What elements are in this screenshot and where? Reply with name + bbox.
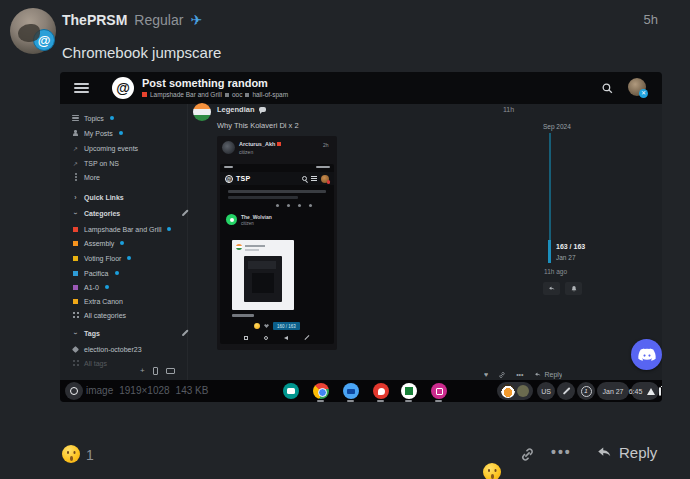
sidebar-item-upcoming-events: ↗ Upcoming events [71, 143, 138, 153]
stylus-icon [562, 387, 569, 394]
hamburger-menu-icon [311, 176, 317, 181]
sidebar-item-topics: Topics [71, 113, 114, 123]
classroom-app-icon [401, 383, 417, 399]
timeline-reply-button[interactable] [543, 282, 560, 295]
user-avatar[interactable]: @ [10, 8, 56, 54]
topic-progress-pill: 160 / 163 [273, 322, 300, 330]
reply-button[interactable]: Reply [596, 444, 657, 461]
embedded-screenshot-image[interactable]: @ Post something random Lampshade Bar an… [60, 72, 662, 402]
sidebar-category: Lampshade Bar and Grill [71, 224, 171, 234]
quoted-text-bar [228, 190, 326, 193]
timeline-notifications-button[interactable] [565, 282, 582, 295]
airplane-icon: ✈ [190, 12, 202, 28]
inner-category-name: Lampshade Bar and Grill [150, 91, 222, 98]
topics-icon [71, 115, 80, 121]
discord-widget-button [631, 339, 662, 370]
category-color-square [73, 256, 78, 261]
inner-post-actions-clipped: ♥ ••• Reply [484, 371, 562, 380]
timeline-progress[interactable]: 163 / 163 [556, 243, 585, 250]
post-action-dots [276, 204, 312, 207]
sidebar-item-my-posts: My Posts [71, 128, 123, 138]
android-recents-icon [244, 336, 248, 340]
inner-post-time: 11h [503, 106, 514, 113]
android-home-icon [264, 336, 269, 341]
group-flair-badge: @ [33, 29, 55, 51]
nested-phone-screenshot: Arcturus_Akh citizen 2h @ TSP [217, 136, 337, 350]
inner-reply-button: Reply [534, 371, 563, 378]
nested2-post-author: The_Wolvian [241, 214, 272, 220]
search-icon [601, 81, 614, 99]
nested-post-time: 2h [323, 142, 329, 148]
show-more-button[interactable]: ••• [551, 444, 572, 460]
sidebar-section-categories: › Categories [71, 208, 120, 218]
account-avatar-icon [517, 385, 529, 397]
plus-icon[interactable]: + [140, 366, 145, 375]
chevron-down-icon: › [72, 329, 79, 338]
unread-dot [120, 241, 124, 245]
recursive-screenshot: @ TSP The_Wolvian citizen [220, 164, 334, 344]
tag-square-icon [245, 93, 249, 97]
grid-icon [71, 360, 80, 366]
category-color-square [73, 271, 78, 276]
external-link-icon: ↗ [71, 145, 80, 152]
emoji-reaction-icon [254, 323, 260, 329]
sidebar-category: Voting Floor [71, 253, 131, 263]
author-username[interactable]: ThePRSM [62, 12, 127, 28]
post-author-line: ThePRSM Regular ✈ [62, 12, 202, 28]
wifi-icon [647, 388, 655, 395]
unread-dot [110, 116, 114, 120]
tag-square-icon [225, 93, 229, 97]
discord-logo-icon [638, 348, 656, 362]
nested2-post-avatar [226, 214, 237, 225]
share-link-button[interactable] [519, 446, 536, 467]
tsp-logo-icon: @ [225, 175, 233, 183]
category-color-square [73, 299, 78, 304]
tsp-app-header: @ TSP [220, 172, 334, 185]
account-avatar-icon [501, 384, 515, 398]
sidebar-all-categories: All categories [71, 310, 126, 320]
keyboard-icon[interactable] [166, 368, 175, 374]
category-color-square [73, 241, 78, 246]
timeline-start-date[interactable]: Sep 2024 [543, 123, 571, 130]
sidebar-category: Extra Canon [71, 296, 123, 306]
sidebar-category: Assembly [71, 238, 124, 248]
timeline-handle[interactable] [548, 240, 551, 263]
unread-dot [167, 227, 171, 231]
keyboard-layout-indicator: US [537, 382, 555, 400]
reaction-count[interactable]: 1 [86, 447, 94, 463]
heart-icon [264, 324, 269, 328]
tag-icon [71, 347, 80, 352]
canvas-app-icon [373, 383, 389, 399]
unread-dot [115, 271, 119, 275]
timeline-current-date: Jan 27 [556, 254, 576, 261]
post-timestamp[interactable]: 5h [644, 12, 658, 27]
shelf-accounts-tray [497, 382, 533, 400]
books-app-icon [431, 383, 447, 399]
category-color-square [73, 285, 78, 290]
forum-logo-icon: @ [112, 77, 134, 99]
shelf-status-tray: 6:45 [631, 382, 659, 400]
recursive-image-frame [232, 240, 294, 310]
launcher-icon [70, 387, 78, 395]
image-caption-bar [232, 314, 254, 317]
post-body-text: Chromebook jumpscare [62, 44, 221, 61]
timeline-last-activity[interactable]: 11h ago [544, 268, 567, 275]
hamburger-menu-icon [74, 83, 89, 93]
phone-status-bar [220, 164, 334, 171]
search-icon [302, 176, 307, 181]
sidebar-tag-item: election-october23 [71, 344, 142, 354]
sidebar-section-tags: › Tags [71, 328, 100, 338]
battery-icon [659, 387, 661, 396]
recursive-dark-screenshot [244, 256, 282, 302]
reaction-hushed-emoji[interactable] [62, 445, 80, 463]
grid-icon [71, 312, 80, 318]
files-app-icon [343, 383, 359, 399]
sidebar-footer-controls: + [140, 366, 175, 375]
link-icon [498, 371, 506, 379]
launcher-button [65, 382, 83, 400]
nested-post-role: citizen [239, 149, 253, 155]
heart-icon: ♥ [484, 371, 488, 378]
sidebar-divider [187, 104, 188, 380]
react-button[interactable] [483, 463, 501, 479]
mobile-icon[interactable] [153, 367, 158, 375]
